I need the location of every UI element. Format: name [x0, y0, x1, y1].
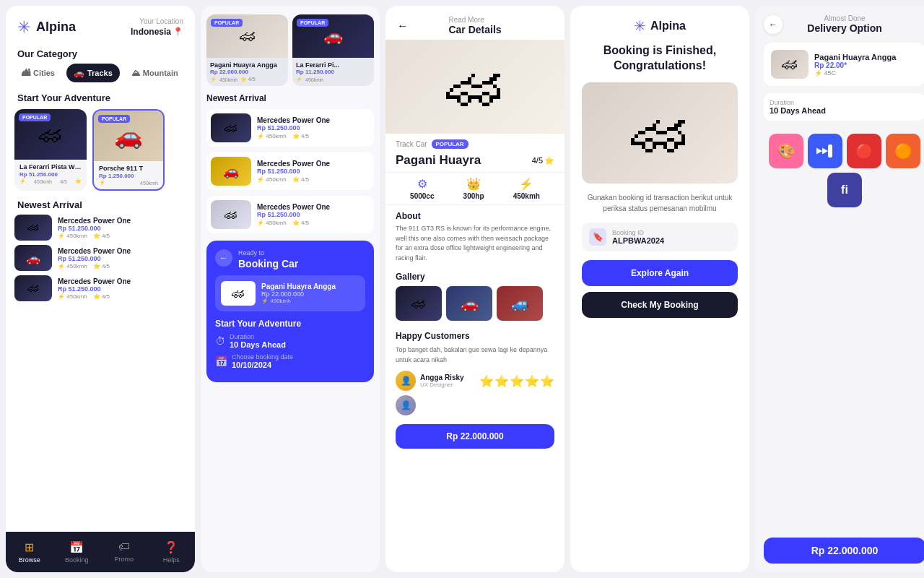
- p2-item-meta-2: ⚡ 450kmh ⭐ 4/5: [257, 220, 370, 226]
- p2-back-button[interactable]: ←: [215, 249, 232, 267]
- p2-item-meta-1: ⚡ 450kmh ⭐ 4/5: [257, 176, 370, 183]
- adv-porsche-meta: ⚡ 450kmh: [99, 180, 158, 186]
- tech-logo-alt: 🟠: [886, 134, 920, 168]
- cat-cities-label: Cities: [33, 69, 55, 77]
- gallery-item-0[interactable]: 🏎: [396, 286, 442, 321]
- gallery-item-2[interactable]: 🚙: [497, 286, 543, 321]
- p3-star-icon: ⭐: [544, 156, 554, 165]
- panel-car-details: ← Read More Car Details 🏎 Track Car POPU…: [385, 6, 565, 572]
- p5-almost-label: Almost Done: [807, 14, 881, 22]
- gallery-item-1[interactable]: 🚗: [446, 286, 492, 321]
- nav-helps[interactable]: ❓ Helps: [148, 538, 196, 566]
- p3-spec-hp: 👑 300hp: [463, 177, 484, 200]
- p2-popular-0: POPULAR: [211, 19, 243, 27]
- p3-second-review: 👤: [396, 395, 554, 415]
- newest-thumb-1: 🚗: [14, 245, 52, 271]
- p3-specs-row: ⚙ 5000cc 👑 300hp ⚡ 450kmh: [385, 172, 565, 205]
- tech-logo-fi: fi: [827, 173, 862, 207]
- popular-tag: POPULAR: [432, 139, 468, 149]
- duration-icon: ⏱: [215, 335, 225, 347]
- p5-price-tag[interactable]: Rp 22.000.000: [764, 538, 924, 564]
- reviewer-info: Angga Risky UX Designer: [420, 374, 475, 388]
- p2-booking-ready: Ready to: [238, 249, 365, 256]
- p4-explore-button[interactable]: Explore Again: [582, 260, 738, 286]
- star-5: ⭐: [540, 374, 554, 388]
- category-tabs: 🏙 Cities 🚗 Tracks ⛰ Mountain: [6, 64, 195, 88]
- ferarri-star: ⭐: [75, 178, 82, 184]
- p3-about-title: About: [385, 205, 565, 224]
- p3-page-title: Car Details: [448, 24, 501, 35]
- p3-read-more: Read More: [448, 16, 501, 24]
- cat-tab-cities[interactable]: 🏙 Cities: [14, 64, 62, 82]
- speed-spec-value: 450kmh: [513, 192, 540, 200]
- p2-duration-label: Duration: [230, 333, 286, 340]
- p5-header-text: Almost Done Delivery Option: [807, 14, 881, 34]
- p5-car-name: Pagani Huayra Angga: [814, 53, 896, 61]
- adventure-title: Start Your Adventure: [6, 88, 195, 109]
- engine-icon: ⚙: [417, 177, 427, 191]
- p2-card-price-1: Rp 11.250.000: [296, 69, 370, 75]
- p2-item-info-2: Mercedes Power One Rp 51.250.000 ⚡ 450km…: [257, 203, 370, 226]
- p3-back-button[interactable]: ←: [397, 20, 409, 33]
- logo-area: ✳ Alpina: [17, 18, 76, 37]
- p2-adventure-title: Start Your Adventure: [215, 319, 365, 329]
- p5-back-button[interactable]: ←: [764, 15, 783, 34]
- p2-item-meta-0: ⚡ 450kmh ⭐ 4/5: [257, 133, 370, 139]
- newest-item-1[interactable]: 🚗 Mercedes Power One Rp 51.250.000 ⚡ 450…: [14, 245, 186, 271]
- nav-browse[interactable]: ⊞ Browse: [6, 538, 53, 566]
- p2-top-card-1[interactable]: 🚗 POPULAR La Ferarri Pi... Rp 11.250.000…: [292, 14, 374, 86]
- p4-check-button[interactable]: Check My Booking: [582, 292, 738, 318]
- sidebar-header: ✳ Alpina Your Location Indonesia 📍: [6, 6, 195, 43]
- p3-rating-value: 4/5: [532, 156, 543, 165]
- p2-card-body-1: La Ferarri Pi... Rp 11.250.000 ⚡450kmh: [292, 58, 374, 86]
- cat-tab-mountains[interactable]: ⛰ Mountain: [124, 64, 186, 82]
- popular-badge-porsche: POPULAR: [98, 115, 130, 123]
- nav-booking[interactable]: 📅 Booking: [53, 538, 101, 566]
- p2-booking-car-card[interactable]: 🏎 Pagani Huayra Angga Rp 22.000.000 ⚡ 45…: [215, 275, 365, 311]
- p2-newest-0[interactable]: 🏎 Mercedes Power One Rp 51.250.000 ⚡ 450…: [206, 109, 374, 147]
- newest-info-2: Mercedes Power One Rp 51.250.000 ⚡ 450km…: [58, 277, 186, 300]
- adv-card-ferarri[interactable]: 🏎 POPULAR La Ferarri Pista White Rp 51.2…: [14, 109, 87, 191]
- adv-card-porsche[interactable]: 🚗 POPULAR Porsche 911 T Rp 1.250.000 ⚡ 4…: [92, 109, 165, 191]
- p2-duration-row: ⏱ Duration 10 Days Ahead: [215, 333, 365, 349]
- ferarri-speed-icon: ⚡: [19, 178, 26, 184]
- ferarri-rating: 4/5: [60, 179, 67, 184]
- cat-mountains-label: Mountain: [143, 69, 178, 77]
- newest-item-2[interactable]: 🏎 Mercedes Power One Rp 51.250.000 ⚡ 450…: [14, 275, 186, 301]
- p2-newest-1[interactable]: 🚗 Mercedes Power One Rp 51.250.000 ⚡ 450…: [206, 152, 374, 190]
- panel-booking-finished: ✳ Alpina Booking is Finished, Congratula…: [570, 6, 749, 572]
- p2-top-card-0[interactable]: 🏎 POPULAR Pagani Huayra Angga Rp 22.000.…: [206, 14, 288, 86]
- mountains-icon: ⛰: [131, 68, 140, 78]
- nav-promo[interactable]: 🏷 Promo: [100, 538, 148, 566]
- p5-car-card[interactable]: 🏎 Pagani Huayra Angga Rp 22.00* ⚡ 45C: [764, 43, 924, 86]
- helps-label: Helps: [163, 556, 180, 564]
- tracks-icon: 🚗: [74, 68, 84, 78]
- p2-newest-title: Newest Arrival: [206, 93, 374, 103]
- reviewer-role: UX Designer: [420, 381, 475, 388]
- booking-icon: 📅: [69, 540, 84, 554]
- p3-reviewer: 👤 Angga Risky UX Designer ⭐ ⭐ ⭐ ⭐ ⭐: [396, 371, 554, 391]
- tech-logo-figma: 🎨: [769, 134, 803, 168]
- p2-thumb-2: 🏎: [211, 200, 251, 229]
- p2-duration-info: Duration 10 Days Ahead: [230, 333, 286, 349]
- p2-newest-2[interactable]: 🏎 Mercedes Power One Rp 51.250.000 ⚡ 450…: [206, 196, 374, 233]
- p2-bcard-price: Rp 22.000.000: [261, 290, 336, 298]
- p2-booking-title: Booking Car: [238, 258, 365, 269]
- p2-item-info-1: Mercedes Power One Rp 51.250.000 ⚡ 450km…: [257, 160, 370, 183]
- newest-thumb-2: 🏎: [14, 275, 52, 301]
- newest-price-1: Rp 51.250.000: [58, 255, 186, 262]
- p3-price-button[interactable]: Rp 22.000.000: [396, 424, 554, 449]
- porsche-speed: 450kmh: [140, 181, 158, 186]
- p2-item-price-2: Rp 51.250.000: [257, 211, 370, 218]
- cat-tab-tracks[interactable]: 🚗 Tracks: [66, 64, 120, 82]
- adv-ferarri-price: Rp 51.250.000: [19, 171, 82, 178]
- p3-gallery: 🏎 🚗 🚙: [385, 286, 565, 327]
- newest-info-0: Mercedes Power One Rp 51.250.000 ⚡ 450km…: [58, 217, 186, 239]
- p4-booking-id-label: Booking ID: [612, 229, 664, 236]
- star-3: ⭐: [510, 374, 524, 388]
- second-reviewer-avatar: 👤: [396, 395, 416, 415]
- tech-logo-laravel: 🔴: [847, 134, 881, 168]
- newest-item-0[interactable]: 🏎 Mercedes Power One Rp 51.250.000 ⚡ 450…: [14, 215, 186, 241]
- cat-tracks-label: Tracks: [87, 69, 113, 77]
- p3-header: ← Read More Car Details: [385, 6, 565, 40]
